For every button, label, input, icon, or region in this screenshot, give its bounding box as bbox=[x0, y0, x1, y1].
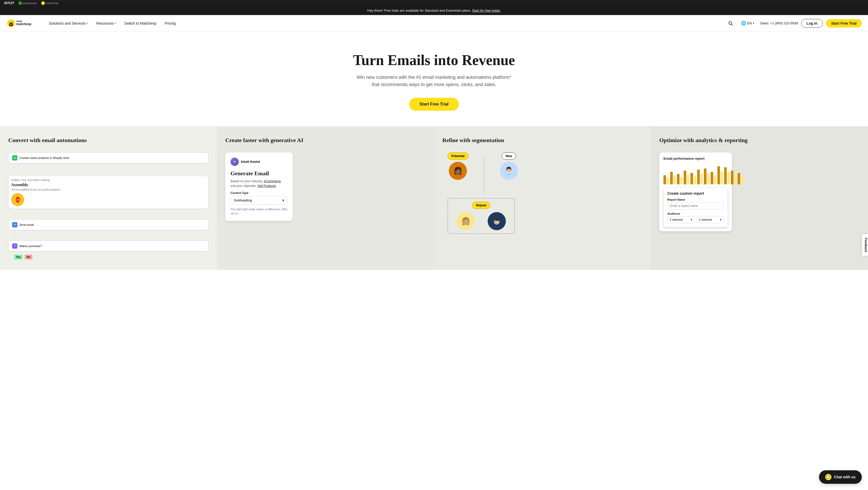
flow-connector-3 bbox=[14, 233, 14, 238]
email-preview: Subject: Your new lamp is waiting Assemb… bbox=[8, 176, 209, 209]
audience-selects: 2 selected ▾ 2 selected ▾ bbox=[667, 216, 724, 223]
sales-number: Sales: +1 (800) 315-5939 bbox=[760, 21, 798, 25]
ai-description: Based on your industry, eCommerce, and y… bbox=[230, 179, 287, 188]
lang-chevron-icon: ▾ bbox=[753, 22, 754, 25]
hero-subheading: Win new customers with the #1 email mark… bbox=[356, 73, 512, 89]
banner-cta[interactable]: Start for free today. bbox=[472, 8, 501, 12]
bar-gold bbox=[724, 167, 727, 184]
svg-point-4 bbox=[9, 22, 10, 23]
ai-title: Create faster with generative AI bbox=[225, 136, 426, 144]
nav-right: 🌐 EN ▾ Sales: +1 (800) 315-5939 Log In S… bbox=[726, 19, 862, 28]
bar-group bbox=[663, 175, 669, 184]
bar-group bbox=[711, 172, 716, 184]
new-tag: New bbox=[502, 152, 516, 160]
login-button[interactable]: Log In bbox=[801, 19, 823, 28]
bar-light bbox=[734, 175, 737, 184]
analytics-title: Optimize with analytics & reporting bbox=[659, 136, 860, 144]
segment-person-2: New 👨🏻‍💼 bbox=[500, 152, 518, 180]
bar-gold bbox=[697, 170, 700, 184]
purchase-icon: ? bbox=[12, 243, 18, 249]
bar-light bbox=[714, 175, 716, 184]
avatar-3: 👩🏼 bbox=[457, 212, 475, 230]
pricing-nav-link[interactable]: Pricing bbox=[161, 19, 179, 28]
avatar-2: 👨🏻‍💼 bbox=[500, 162, 518, 180]
bar-light bbox=[741, 176, 743, 184]
report-title: Email performance report bbox=[663, 157, 728, 160]
ai-mockup: ✦ Intuit Assist Generate Email Based on … bbox=[225, 152, 293, 221]
audience-chevron-icon-2: ▾ bbox=[720, 218, 721, 221]
popup-title: Create custom report bbox=[667, 191, 724, 195]
bar-gold bbox=[684, 171, 686, 184]
bar-gold bbox=[738, 173, 740, 184]
bar-gold bbox=[663, 175, 666, 184]
globe-icon: 🌐 bbox=[741, 21, 746, 26]
repeat-tag: Repeat bbox=[472, 202, 490, 209]
feedback-tab[interactable]: Feedback bbox=[862, 234, 868, 256]
segment-divider bbox=[484, 158, 484, 194]
logo[interactable]: intuit mailchimp bbox=[6, 18, 37, 29]
audience-select-2[interactable]: 2 selected ▾ bbox=[696, 216, 724, 223]
svg-point-6 bbox=[10, 24, 12, 25]
search-button[interactable] bbox=[726, 19, 735, 28]
bar-gold bbox=[677, 174, 680, 184]
bar-group bbox=[690, 173, 696, 184]
branch-no: No bbox=[25, 254, 32, 259]
svg-line-10 bbox=[732, 24, 733, 25]
audience-chevron-icon: ▾ bbox=[691, 218, 692, 221]
bar-gold bbox=[717, 166, 720, 184]
hero-heading: Turn Emails into Revenue bbox=[6, 52, 862, 68]
intuit-assist-icon: ✦ bbox=[230, 158, 239, 166]
mailchimp-small-icon bbox=[41, 1, 45, 5]
audience-label: Audience bbox=[667, 212, 724, 215]
mailchimp-link[interactable]: mailchimp bbox=[41, 1, 59, 5]
automations-title: Convert with email automations bbox=[8, 136, 209, 144]
bar-group bbox=[704, 169, 710, 184]
bar-group bbox=[684, 171, 689, 184]
segmentation-title: Refine with segmentation bbox=[442, 136, 643, 144]
bar-group bbox=[670, 172, 676, 184]
analytics-card: Optimize with analytics & reporting Emai… bbox=[651, 126, 868, 270]
avatar-4: 👦🏻 bbox=[488, 212, 506, 230]
language-selector[interactable]: 🌐 EN ▾ bbox=[738, 19, 757, 27]
quickbooks-link[interactable]: quickbooks bbox=[19, 1, 37, 5]
bar-group bbox=[677, 174, 683, 184]
ecommerce-link[interactable]: eCommerce bbox=[264, 179, 281, 183]
svg-point-5 bbox=[12, 22, 13, 23]
content-type-select[interactable]: Subheading ▾ bbox=[230, 196, 287, 205]
hero-trial-button[interactable]: Start Free Trial bbox=[409, 98, 459, 111]
bar-group bbox=[717, 166, 723, 184]
resources-nav-link[interactable]: Resources ▾ bbox=[93, 19, 119, 28]
bar-light bbox=[680, 177, 683, 184]
resources-chevron-icon: ▾ bbox=[115, 22, 116, 25]
bar-light bbox=[707, 173, 710, 184]
ai-assistant-header: ✦ Intuit Assist bbox=[230, 158, 287, 166]
bar-group bbox=[724, 167, 730, 184]
segmentation-card: Refine with segmentation Potential 👩🏾 Ne… bbox=[434, 126, 651, 270]
ai-card: Create faster with generative AI ✦ Intui… bbox=[217, 126, 434, 270]
select-chevron-icon: ▾ bbox=[282, 198, 284, 202]
bar-group bbox=[697, 170, 703, 184]
announcement-banner: Hey there! Free trials are available for… bbox=[0, 6, 868, 15]
flow-step-1: 🛍 Contact views products in Shopify stor… bbox=[8, 152, 209, 163]
report-name-input[interactable] bbox=[667, 202, 724, 210]
sell-products-link[interactable]: Sell Products bbox=[257, 184, 276, 188]
quickbooks-icon bbox=[19, 1, 22, 5]
analytics-mockup: Email performance report Create custom r… bbox=[659, 152, 732, 231]
intuit-logo: INTUIT bbox=[4, 1, 14, 5]
bar-group bbox=[738, 173, 743, 184]
generate-email-title: Generate Email bbox=[230, 170, 287, 177]
solutions-nav-link[interactable]: Solutions and Services ▾ bbox=[45, 19, 91, 28]
bar-light bbox=[687, 175, 689, 184]
intuit-bar: INTUIT quickbooks mailchimp bbox=[0, 0, 868, 6]
start-trial-nav-button[interactable]: Start Free Trial bbox=[826, 19, 862, 28]
automation-mockup: 🛍 Contact views products in Shopify stor… bbox=[8, 152, 209, 259]
report-name-label: Report Name bbox=[667, 198, 724, 201]
bar-gold bbox=[690, 173, 693, 184]
audience-select-1[interactable]: 2 selected ▾ bbox=[667, 216, 694, 223]
flow-connector-2 bbox=[14, 212, 14, 216]
switch-nav-link[interactable]: Switch to Mailchimp bbox=[121, 19, 159, 28]
bar-gold bbox=[670, 172, 673, 184]
segment-person-1: Potential 👩🏾 bbox=[447, 152, 468, 180]
bar-chart bbox=[663, 163, 728, 184]
ai-email-preview: The right light really makes a differenc… bbox=[230, 207, 287, 216]
